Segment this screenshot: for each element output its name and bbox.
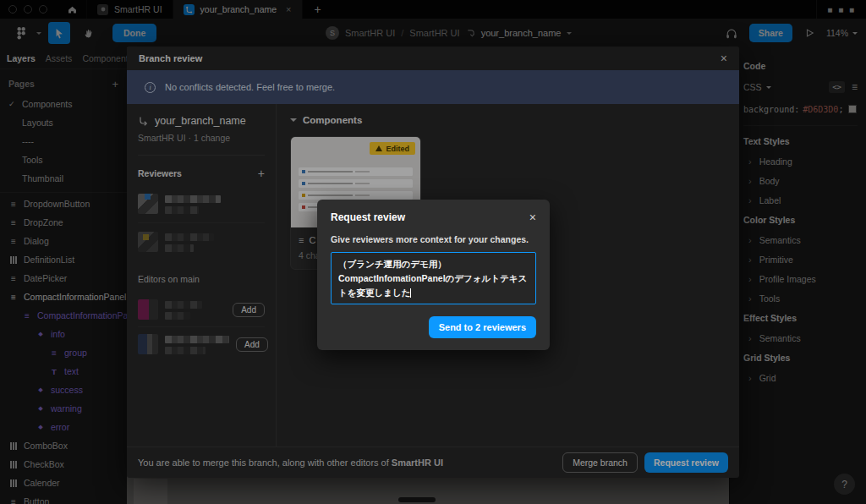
review-comment-textarea[interactable]: （ブランチ運用のデモ用）CompactInfomationPanelのデフォルト…	[331, 252, 536, 304]
comment-text: （ブランチ運用のデモ用）CompactInfomationPanelのデフォルト…	[338, 259, 527, 298]
text-cursor	[410, 288, 411, 298]
dialog-close-icon[interactable]: ×	[529, 211, 536, 223]
request-review-dialog: Request review × Give reviewers more con…	[317, 200, 550, 350]
dialog-actions: Send to 2 reviewers	[331, 316, 536, 338]
dialog-title: Request review	[331, 211, 529, 223]
dialog-description: Give reviewers more context for your cha…	[331, 234, 536, 244]
dialog-header: Request review ×	[331, 211, 536, 223]
send-to-reviewers-button[interactable]: Send to 2 reviewers	[429, 316, 536, 338]
figma-app-window: SmartHR UI your_branch_name × + ■ ■ ■ Do…	[0, 0, 866, 504]
